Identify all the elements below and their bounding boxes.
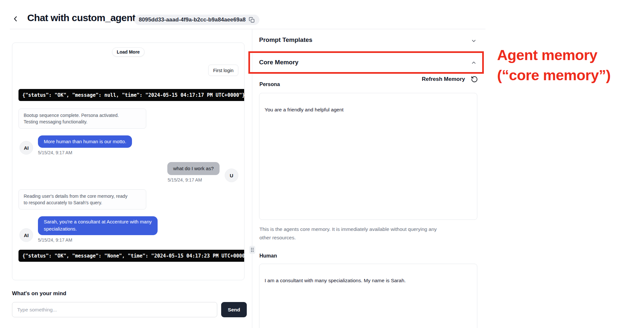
system-message: Bootup sequence complete. Persona activa… bbox=[18, 108, 146, 129]
copy-agent-id-button[interactable] bbox=[249, 17, 255, 23]
ai-message-bubble: Sarah, you're a consultant at Accenture … bbox=[38, 216, 158, 235]
page-title: Chat with custom_agent bbox=[27, 12, 136, 23]
human-field-label: Human bbox=[259, 253, 277, 259]
copy-icon bbox=[249, 17, 255, 23]
user-avatar: U bbox=[225, 169, 238, 182]
prompt-templates-section-header[interactable]: Prompt Templates bbox=[259, 36, 312, 44]
chevron-up-icon[interactable] bbox=[471, 60, 477, 66]
refresh-memory-button[interactable]: Refresh Memory bbox=[259, 76, 478, 83]
user-message-bubble: what do I work as? bbox=[167, 162, 220, 175]
ai-message-row: AI Sarah, you're a consultant at Accentu… bbox=[19, 216, 158, 243]
agent-id-badge: 8095dd33-aaad-4f9a-b2cc-b9a84aee69a8 bbox=[134, 15, 259, 25]
annotation-text: Agent memory (“core memory”) bbox=[497, 45, 611, 85]
back-button[interactable] bbox=[12, 14, 20, 23]
refresh-memory-label: Refresh Memory bbox=[422, 76, 465, 82]
ai-avatar: AI bbox=[19, 141, 33, 155]
message-timestamp: 5/15/24, 9:17 AM bbox=[38, 150, 132, 155]
ai-message-bubble: More human than human is our motto. bbox=[38, 135, 132, 148]
app-window: Chat with custom_agent 8095dd33-aaad-4f9… bbox=[0, 0, 644, 328]
human-textarea[interactable]: I am a consultant with many specializati… bbox=[259, 264, 477, 328]
core-memory-description: This is the agents core memory. It is im… bbox=[259, 225, 477, 242]
core-memory-section-header[interactable]: Core Memory bbox=[259, 59, 298, 66]
system-message: Reading user's details from the core mem… bbox=[18, 189, 146, 209]
load-more-button[interactable]: Load More bbox=[112, 47, 145, 57]
status-message: {"status": "OK", "message": "None", "tim… bbox=[18, 250, 244, 262]
message-input[interactable] bbox=[12, 302, 217, 317]
ai-message-row: AI More human than human is our motto. 5… bbox=[19, 135, 132, 155]
ai-avatar: AI bbox=[19, 228, 33, 242]
panel-divider bbox=[252, 29, 252, 328]
chat-message-list: Load More First login {"status": "OK", "… bbox=[12, 43, 244, 280]
persona-textarea[interactable]: You are a friendly and helpful agent bbox=[259, 93, 477, 220]
chevron-down-icon[interactable] bbox=[471, 38, 477, 44]
composer-label: What's on your mind bbox=[12, 290, 66, 297]
refresh-icon bbox=[471, 76, 478, 83]
panel-resize-handle[interactable] bbox=[249, 246, 255, 254]
status-message: {"status": "OK", "message": null, "time"… bbox=[18, 89, 244, 101]
send-button[interactable]: Send bbox=[221, 302, 247, 317]
user-message-row: what do I work as? 5/15/24, 9:17 AM U bbox=[167, 162, 238, 183]
grip-dots-icon bbox=[251, 247, 254, 252]
persona-field-label: Persona bbox=[259, 82, 280, 87]
header-divider bbox=[10, 29, 485, 29]
chevron-left-icon bbox=[12, 15, 20, 23]
message-timestamp: 5/15/24, 9:17 AM bbox=[168, 177, 220, 183]
first-login-badge: First login bbox=[208, 65, 238, 76]
message-timestamp: 5/15/24, 9:17 AM bbox=[38, 237, 158, 243]
agent-id: 8095dd33-aaad-4f9a-b2cc-b9a84aee69a8 bbox=[139, 17, 246, 23]
